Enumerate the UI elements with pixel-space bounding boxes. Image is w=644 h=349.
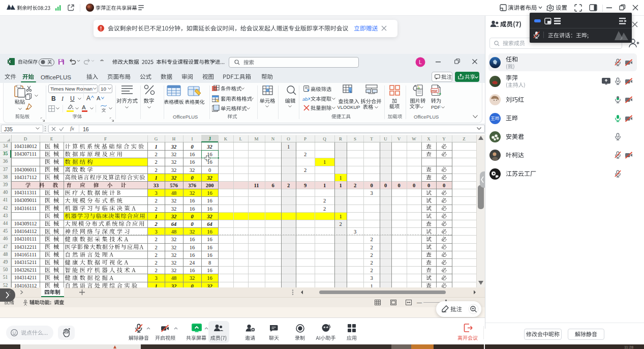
svg-text:L: L xyxy=(419,60,422,65)
svg-text:PDF: PDF xyxy=(432,90,438,93)
svg-text:ab: ab xyxy=(302,97,308,102)
